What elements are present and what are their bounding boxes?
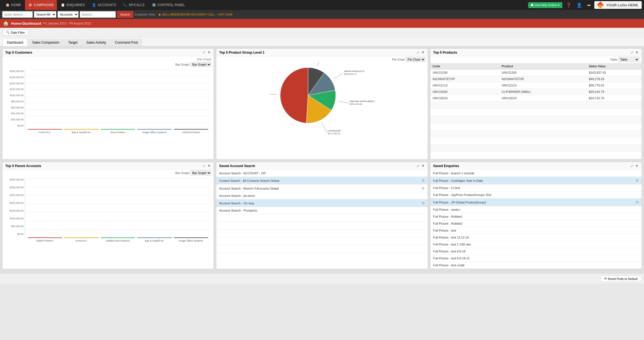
saved-item-label: Full Picture - randy j [433,208,460,211]
cell-code: UNV10210 [430,95,500,101]
list-item[interactable]: Account Search - Prospects [216,207,427,214]
search-all-select[interactable]: Search All [34,11,56,18]
pod-saved-account-search: Saved Account Search ⤢ ▼ Account Search … [216,162,428,269]
tab-sales-activity[interactable]: Sales Activity [82,39,110,46]
pod-product-group-expand[interactable]: ⤢ [417,50,420,54]
bar-group [101,237,135,238]
list-item[interactable]: Full Picture - randy j [430,206,642,213]
tab-sales-comparison[interactable]: Sales Comparison [28,39,64,46]
table-row-empty [430,145,642,152]
nav-home[interactable]: 🏠 HOME [2,0,24,10]
bar-group [64,237,98,238]
list-item[interactable]: Full Picture - test credit [430,262,642,269]
list-item[interactable]: Account Search - Branch 4 Accounts Globa… [216,185,427,192]
list-item[interactable]: Contact Search - All Contacts Search Glo… [216,177,427,185]
table-row[interactable]: UNV10210 UNV10210 $24,732.76 [430,95,642,101]
tab-target[interactable]: Target [64,39,82,46]
list-item[interactable]: Account Search - jet press [216,192,427,199]
gear-icon[interactable]: ⚙ [422,201,425,205]
nav-campaigns[interactable]: 🎯 CAMPAIGNS [25,0,57,10]
pod-customers-expand[interactable]: ⤢ [202,50,206,54]
y-axis-label: $40,000.00 [11,112,24,115]
customers-chart-select[interactable]: Bar GraphTable [191,62,211,67]
arrow-icon[interactable]: ➡ [586,2,592,8]
nav-control-panel[interactable]: ⚙️ CONTROL PANEL [149,0,189,10]
accounts-select[interactable]: Accounts [57,11,79,18]
y-axis-label: $120,000.00 [10,88,24,91]
pie-label-line [317,62,321,66]
list-item[interactable]: Full Picture - test 13.12.18 [430,234,642,241]
gear-icon[interactable]: ⚙ [422,178,425,183]
product-group-chart-select[interactable]: Pie ChartTable [406,57,425,62]
pod-products-menu[interactable]: ▼ [635,50,639,54]
customer-view-link[interactable]: Customer View [134,13,155,16]
pod-top-products: Top 5 Products ⤢ ▼ Table TableBar Graph … [430,48,642,160]
nav-accounts[interactable]: 👤 ACCOUNTS [89,0,119,10]
nav-mycalls[interactable]: 📞 MYCALLS [120,0,148,10]
saved-item-label: Full Picture - test 8.8.18 v2 [433,257,470,260]
list-item[interactable]: Account Search - On stop ⚙ [216,199,427,207]
parent-accounts-chart-select[interactable]: Bar GraphTable [191,170,211,175]
products-table: Code Product Sales Value UNV21200 UNV212… [430,63,642,159]
search-button[interactable]: Search [117,11,133,18]
saved-item-label: Account Search - jet press [219,194,255,197]
help-icon[interactable]: ❓ [565,2,573,8]
home-breadcrumb-icon[interactable]: 🏠 [3,20,9,26]
date-filter-button[interactable]: 🔍 Date Filter [3,29,28,35]
cell-product: UNV10210 [499,95,587,101]
list-item[interactable]: Full Picture - branch 1 exclude [430,170,642,177]
bar [137,129,171,130]
list-item[interactable]: Full Picture - Robbie1 [430,213,642,220]
table-row[interactable]: ASOWHITETOP ASOWHITETOP $40,278.29 [430,76,642,82]
list-item[interactable]: Full Picture - test [430,227,642,234]
table-row[interactable]: UNV12113 UNV12113 $36,775.03 [430,82,642,89]
breadcrumb-bar: 🏠 Home-Dashboard P1 January 2013 - P8 Au… [0,19,644,28]
tab-dashboard[interactable]: Dashboard [3,39,27,46]
table-row[interactable]: UNV10200 CLIP,BINDER,SMALL $29,164.79 [430,89,642,95]
pod-top-customers-controls: ⤢ ▼ [202,50,211,54]
gear-icon[interactable]: ⚙ [635,178,639,183]
list-item[interactable]: Full Picture - Cartridges Year to Date ⚙ [430,177,642,185]
quick-search-input[interactable] [2,11,33,18]
bar [174,237,208,238]
pod-top-customers: Top 5 Customers ⤢ ▼ Bar Graph Bar Graph … [2,48,214,160]
pod-customers-chart-type: Bar Graph [2,56,214,61]
tab-command-post[interactable]: Command Post [111,39,142,46]
pod-products-expand[interactable]: ⤢ [630,50,633,54]
pod-parent-accounts-expand[interactable]: ⤢ [202,164,206,168]
user-icon[interactable]: 👤 [575,2,583,8]
list-item[interactable]: Full Picture - Robbie2 [430,220,642,227]
gear-icon[interactable]: ⚙ [635,200,639,204]
pod-saved-enquiries-menu[interactable]: ▼ [635,164,639,168]
pod-parent-accounts-menu[interactable]: ▼ [207,164,211,168]
reset-pods-button[interactable]: ⟳ Reset Pods to Default [601,276,641,282]
list-item[interactable]: Full Picture - JayPrice-ProductGroup1-Te… [430,192,642,198]
list-item[interactable]: Account Search - ACCOUNT - ZIP [216,170,427,177]
list-item[interactable]: Full Picture - test 8.8.18 [430,248,642,255]
pod-saved-account-menu[interactable]: ▼ [421,164,425,168]
cell-product: UNV12113 [499,82,587,89]
pod-saved-account-expand[interactable]: ⤢ [417,164,420,168]
list-item[interactable]: Full Picture - CI test [430,185,642,192]
enquiries-icon: 📋 [61,3,65,7]
table-row-empty [430,109,642,116]
logo: YOUR LoGo HERE [594,1,642,9]
breadcrumb-title: Home-Dashboard [11,21,41,26]
pod-product-group-menu[interactable]: ▼ [421,50,425,54]
pod-saved-enquiries-expand[interactable]: ⤢ [630,164,633,168]
live-help-button[interactable]: Live Help Online ▾ [528,2,562,8]
products-chart-select[interactable]: TableBar Graph [618,57,639,62]
gear-icon[interactable]: ⚙ [422,186,425,190]
pod-product-group-controls: ⤢ ▼ [417,50,425,54]
nav-enquiries[interactable]: 📋 ENQUIRIES [57,0,88,10]
cell-code: UNV12113 [430,82,500,89]
bar-group [101,129,135,130]
bar-x-label: Ashford Printers [174,131,208,134]
pod-customers-menu[interactable]: ▼ [207,50,211,54]
cell-value: $40,278.29 [587,76,642,82]
list-item[interactable]: Full Picture - JP-Global-ProductGroup1 ⚙ [430,198,642,206]
list-item[interactable]: Full Picture - test 2 13th dec [430,241,642,248]
table-row[interactable]: UNV21200 UNV21200 $163,837.43 [430,70,642,76]
list-item[interactable]: Full Picture - test 8.8.18 v2 [430,255,642,262]
search-input[interactable] [80,11,116,18]
